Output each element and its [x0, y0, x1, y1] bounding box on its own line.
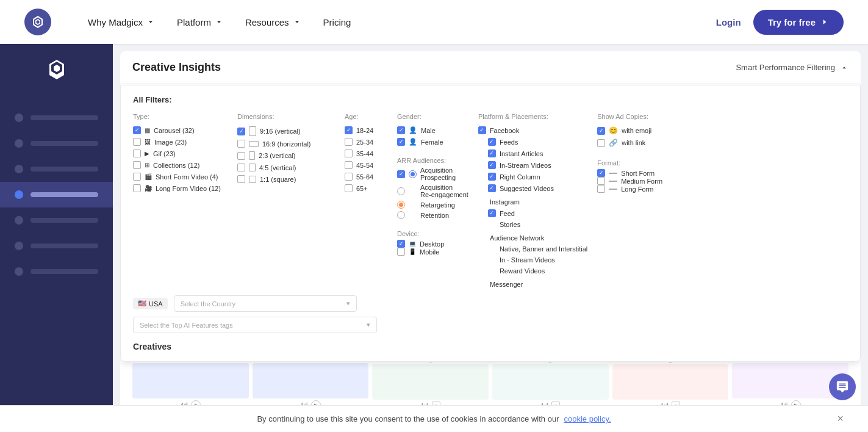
filter-long-form[interactable]: 🎥 Long Form Video (12)	[133, 184, 228, 192]
filter-arr-retention[interactable]: Retention	[397, 211, 468, 219]
instagram-feed-cb[interactable]	[488, 209, 496, 217]
arr-prospecting-radio[interactable]	[409, 170, 417, 178]
filter-instream-videos[interactable]: In-Stream Videos	[478, 161, 587, 169]
arr-reengagement-radio[interactable]	[397, 187, 405, 195]
long-form-checkbox[interactable]	[133, 184, 141, 192]
filter-stories[interactable]: Stories	[478, 221, 587, 228]
long-form-format-cb[interactable]	[597, 185, 605, 193]
filter-short-form-format[interactable]: Short Form	[597, 169, 664, 177]
age-3544-cb[interactable]	[345, 149, 353, 157]
short-form-checkbox[interactable]	[133, 173, 141, 181]
filter-feeds[interactable]: Feeds	[478, 138, 587, 146]
filter-instagram[interactable]: Instagram	[478, 198, 587, 206]
country-select[interactable]: Select the Country ▾	[174, 295, 357, 312]
filter-facebook[interactable]: Facebook	[478, 126, 587, 134]
filter-with-emoji[interactable]: 😊 with emoji	[597, 126, 664, 135]
carousel-checkbox[interactable]	[133, 126, 141, 134]
mobile-cb[interactable]	[397, 248, 405, 256]
chat-bubble-button[interactable]	[829, 373, 856, 400]
23-checkbox[interactable]	[237, 152, 245, 160]
login-button[interactable]: Login	[716, 17, 741, 27]
smart-filter-button[interactable]: Smart Performance Filtering	[736, 63, 848, 72]
filter-arr-retargeting[interactable]: Retargeting	[397, 201, 468, 209]
image-checkbox[interactable]	[133, 138, 141, 146]
nav-platform[interactable]: Platform	[177, 17, 223, 27]
with-emoji-cb[interactable]	[597, 127, 605, 135]
sidebar-item-7[interactable]	[0, 259, 113, 284]
filter-audience-network[interactable]: Audience Network	[478, 234, 587, 242]
instant-articles-cb[interactable]	[488, 149, 496, 157]
age-2534-cb[interactable]	[345, 138, 353, 146]
filter-mobile[interactable]: 📱 Mobile	[397, 248, 468, 256]
filter-45[interactable]: 4:5 (vertical)	[237, 164, 335, 171]
filter-audience-instream[interactable]: In - Stream Videos	[478, 256, 587, 264]
filter-male[interactable]: 👤 Male	[397, 126, 468, 134]
logo[interactable]	[24, 9, 51, 35]
male-cb[interactable]	[397, 126, 405, 134]
nav-resources[interactable]: Resources	[245, 17, 301, 27]
facebook-cb[interactable]	[478, 126, 486, 134]
11-checkbox[interactable]	[237, 175, 245, 183]
filter-right-column[interactable]: Right Column	[478, 173, 587, 181]
916-checkbox[interactable]	[237, 128, 245, 135]
filter-carousel[interactable]: ▦ Carousel (32)	[133, 126, 228, 134]
age-1824-cb[interactable]	[345, 126, 353, 134]
filter-suggested-videos[interactable]: Suggested Videos	[478, 184, 587, 192]
sidebar-item-5[interactable]	[0, 207, 113, 233]
cookie-close-button[interactable]: ×	[837, 412, 844, 425]
age-65plus-cb[interactable]	[345, 184, 353, 192]
filter-collections[interactable]: ⊞ Collections (12)	[133, 161, 228, 169]
filter-age-65plus[interactable]: 65+	[345, 184, 387, 192]
filter-age-5564[interactable]: 55-64	[345, 173, 387, 181]
filter-age-2534[interactable]: 25-34	[345, 138, 387, 146]
sidebar-item-6[interactable]	[0, 233, 113, 259]
suggested-videos-cb[interactable]	[488, 184, 496, 192]
cookie-policy-link[interactable]: cookie policy.	[564, 414, 611, 423]
sidebar-item-2[interactable]	[0, 131, 113, 156]
filter-female[interactable]: 👤 Female	[397, 138, 468, 146]
filter-169[interactable]: 16:9 (horizontal)	[237, 140, 335, 148]
filter-11[interactable]: 1:1 (square)	[237, 175, 335, 183]
ai-tags-select[interactable]: Select the Top AI Features tags ▾	[133, 317, 377, 333]
45-checkbox[interactable]	[237, 164, 245, 171]
collections-checkbox[interactable]	[133, 161, 141, 169]
age-5564-cb[interactable]	[345, 173, 353, 181]
filter-instant-articles[interactable]: Instant Articles	[478, 149, 587, 157]
age-4554-cb[interactable]	[345, 161, 353, 169]
filter-age-4554[interactable]: 45-54	[345, 161, 387, 169]
right-column-cb[interactable]	[488, 173, 496, 181]
filter-age-1824[interactable]: 18-24	[345, 126, 387, 134]
sidebar-item-4-active[interactable]	[0, 182, 113, 207]
169-checkbox[interactable]	[237, 140, 245, 148]
filter-916[interactable]: 9:16 (vertical)	[237, 126, 335, 136]
filter-long-form-format[interactable]: Long Form	[597, 185, 664, 193]
female-cb[interactable]	[397, 138, 405, 146]
filter-with-link[interactable]: 🔗 with link	[597, 139, 664, 147]
filter-short-form[interactable]: 🎬 Short Form Video (4)	[133, 173, 228, 181]
instream-videos-cb[interactable]	[488, 161, 496, 169]
filter-gif[interactable]: ▶ Gif (23)	[133, 149, 228, 157]
sidebar-item-3[interactable]	[0, 156, 113, 182]
nav-why-madgicx[interactable]: Why Madgicx	[88, 17, 155, 27]
try-for-free-button[interactable]: Try for free	[753, 10, 844, 35]
desktop-cb[interactable]	[397, 240, 405, 248]
filter-arr-reengagement[interactable]: AcquisitionRe-engagement	[397, 184, 468, 198]
filter-age-3544[interactable]: 35-44	[345, 149, 387, 157]
filter-native-banner[interactable]: Native, Banner and Interstitial	[478, 245, 587, 253]
filter-image[interactable]: 🖼 Image (23)	[133, 138, 228, 146]
nav-pricing[interactable]: Pricing	[323, 17, 351, 27]
with-link-cb[interactable]	[597, 139, 605, 147]
short-form-format-cb[interactable]	[597, 169, 605, 177]
filter-reward-videos[interactable]: Reward Videos	[478, 267, 587, 275]
filter-arr-prospecting[interactable]: AcquisitionProspecting	[397, 167, 468, 181]
filter-medium-form-format[interactable]: Medium Form	[597, 177, 664, 185]
filter-messenger[interactable]: Messenger	[478, 281, 587, 288]
gif-checkbox[interactable]	[133, 149, 141, 157]
arr-retention-radio[interactable]	[397, 211, 405, 219]
medium-form-format-cb[interactable]	[597, 177, 605, 185]
arr-retargeting-radio[interactable]	[397, 201, 405, 209]
arr-prospecting-cb[interactable]	[397, 170, 405, 178]
filter-23[interactable]: 2:3 (vertical)	[237, 151, 335, 160]
filter-instagram-feed[interactable]: Feed	[478, 209, 587, 217]
filter-desktop[interactable]: 💻 Desktop	[397, 240, 468, 248]
